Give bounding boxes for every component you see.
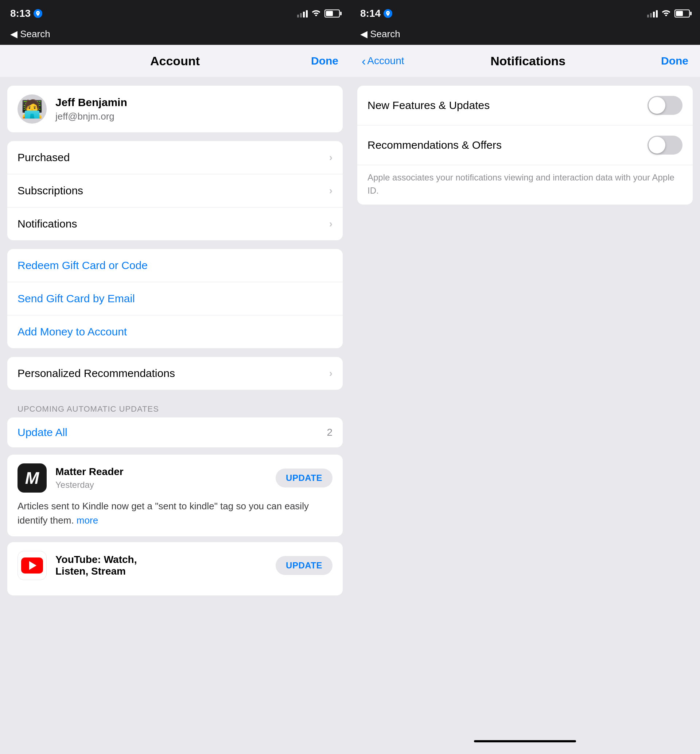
recommendations-row[interactable]: Personalized Recommendations › [7, 357, 343, 390]
notification-footnote: Apple associates your notifications view… [357, 165, 693, 205]
wifi-icon-left [311, 9, 321, 18]
avatar-emoji: 🧑‍💻 [21, 99, 43, 119]
nav-title-left: Account [48, 54, 302, 68]
status-bar-left: 8:13 [0, 0, 350, 25]
time-left: 8:13 [10, 8, 31, 19]
location-icon-right [384, 9, 392, 18]
user-name: Jeff Benjamin [55, 96, 127, 109]
matter-app-top: M Matter Reader Yesterday UPDATE [17, 463, 333, 493]
update-all-label[interactable]: Update All [17, 426, 67, 439]
back-label-left[interactable]: ◀ Search [10, 28, 50, 40]
youtube-app-name: YouTube: Watch,Listen, Stream [55, 554, 267, 577]
nav-bar-left: Account Done [0, 45, 350, 77]
matter-update-button[interactable]: UPDATE [276, 469, 333, 488]
done-button-left[interactable]: Done [302, 55, 338, 67]
notifications-label: Notifications [17, 217, 77, 230]
matter-app-name: Matter Reader [55, 466, 267, 478]
youtube-triangle-icon [29, 561, 36, 570]
youtube-play-icon [21, 557, 43, 574]
time-right: 8:14 [360, 8, 381, 19]
add-money-row[interactable]: Add Money to Account [7, 315, 343, 348]
nav-bar-right: ‹ Account Notifications Done [350, 45, 700, 77]
signal-icon-left [297, 9, 308, 17]
status-bar-right-left: 8:14 [360, 8, 392, 19]
recommendations-card[interactable]: Personalized Recommendations › [7, 357, 343, 390]
recommendations-offers-row[interactable]: Recommendations & Offers [357, 125, 693, 165]
subscriptions-label: Subscriptions [17, 185, 83, 197]
battery-icon-right [675, 9, 690, 17]
status-bar-right-icons [647, 9, 690, 18]
send-gift-row[interactable]: Send Gift Card by Email [7, 282, 343, 315]
back-button-right[interactable]: ‹ Account [362, 54, 404, 68]
youtube-app-card: YouTube: Watch,Listen, Stream UPDATE [7, 542, 343, 595]
toggle-knob-features [648, 97, 666, 114]
chevron-notifications: › [329, 218, 333, 230]
battery-icon-left [325, 9, 340, 17]
youtube-app-icon [17, 551, 47, 580]
youtube-app-top: YouTube: Watch,Listen, Stream UPDATE [17, 551, 333, 580]
matter-app-icon: M [17, 463, 47, 493]
youtube-update-button[interactable]: UPDATE [276, 556, 333, 575]
chevron-back-icon: ‹ [362, 54, 366, 68]
toggle-knob-recs [648, 137, 666, 153]
menu-card: Purchased › Subscriptions › Notification… [7, 141, 343, 240]
user-email: jeff@bnjm.org [55, 111, 127, 122]
purchased-label: Purchased [17, 151, 70, 164]
svg-point-1 [666, 14, 667, 16]
chevron-subscriptions: › [329, 185, 333, 197]
menu-item-notifications[interactable]: Notifications › [7, 208, 343, 240]
menu-item-subscriptions[interactable]: Subscriptions › [7, 174, 343, 208]
notifications-card: New Features & Updates Recommendations &… [357, 86, 693, 205]
update-all-row[interactable]: Update All 2 [7, 418, 343, 447]
status-bar-left-content: 8:13 [10, 8, 42, 19]
matter-more-link[interactable]: more [77, 515, 98, 526]
user-info: Jeff Benjamin jeff@bnjm.org [55, 96, 127, 122]
youtube-app-info: YouTube: Watch,Listen, Stream [55, 554, 267, 577]
gift-card: Redeem Gift Card or Code Send Gift Card … [7, 249, 343, 348]
avatar: 🧑‍💻 [17, 94, 47, 124]
recommendations-label: Personalized Recommendations [17, 367, 175, 380]
wifi-icon-right [661, 9, 671, 18]
matter-app-date: Yesterday [55, 480, 267, 490]
back-search-left[interactable]: ◀ Search [10, 28, 50, 40]
nav-title-right: Notifications [404, 54, 652, 68]
status-bar-right-left [297, 9, 340, 18]
menu-item-purchased[interactable]: Purchased › [7, 141, 343, 174]
right-panel: 8:14 [350, 0, 700, 754]
matter-app-info: Matter Reader Yesterday [55, 466, 267, 490]
status-bar-right: 8:14 [350, 0, 700, 25]
new-features-row[interactable]: New Features & Updates [357, 86, 693, 125]
done-button-right[interactable]: Done [652, 55, 688, 67]
matter-app-description: Articles sent to Kindle now get a "sent … [17, 499, 333, 527]
user-row[interactable]: 🧑‍💻 Jeff Benjamin jeff@bnjm.org [7, 86, 343, 132]
chevron-purchased: › [329, 152, 333, 163]
search-area-right[interactable]: ◀ Search [350, 25, 700, 45]
home-indicator [474, 740, 576, 742]
redeem-row[interactable]: Redeem Gift Card or Code [7, 249, 343, 282]
redeem-label: Redeem Gift Card or Code [17, 259, 148, 272]
svg-point-0 [316, 14, 317, 16]
update-count: 2 [327, 427, 333, 438]
matter-m-icon: M [25, 468, 39, 488]
matter-app-card: M Matter Reader Yesterday UPDATE Article… [7, 455, 343, 537]
new-features-toggle[interactable] [647, 96, 683, 115]
content-right: New Features & Updates Recommendations &… [350, 77, 700, 754]
recommendations-offers-label: Recommendations & Offers [367, 139, 502, 151]
back-account-label[interactable]: Account [367, 55, 404, 67]
add-money-label: Add Money to Account [17, 325, 127, 338]
recommendations-toggle[interactable] [647, 136, 683, 155]
back-search-right[interactable]: ◀ Search [360, 28, 400, 40]
left-panel: 8:13 [0, 0, 350, 754]
location-icon-left [34, 9, 42, 18]
upcoming-label: UPCOMING AUTOMATIC UPDATES [7, 399, 343, 418]
search-area-left[interactable]: ◀ Search [0, 25, 350, 45]
send-gift-label: Send Gift Card by Email [17, 293, 135, 305]
user-card[interactable]: 🧑‍💻 Jeff Benjamin jeff@bnjm.org [7, 86, 343, 132]
content-left: 🧑‍💻 Jeff Benjamin jeff@bnjm.org Purchase… [0, 77, 350, 754]
chevron-recommendations: › [329, 368, 333, 379]
signal-icon-right [647, 9, 658, 17]
back-label-right[interactable]: ◀ Search [360, 28, 400, 40]
new-features-label: New Features & Updates [367, 99, 490, 111]
